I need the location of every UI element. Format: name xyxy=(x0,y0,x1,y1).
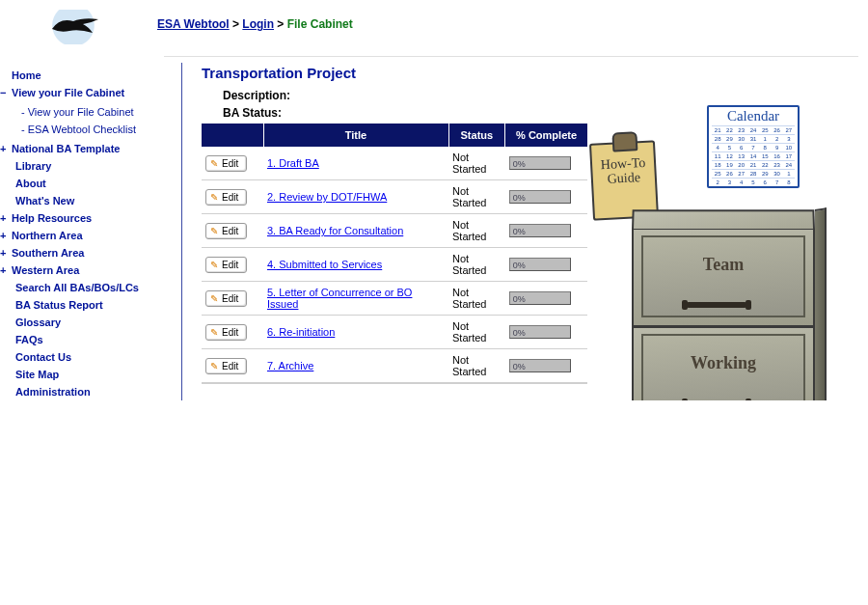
pencil-icon: ✎ xyxy=(210,158,218,169)
edit-button[interactable]: ✎Edit xyxy=(205,358,247,374)
breadcrumb-current: File Cabinet xyxy=(287,17,353,31)
row-status: Not Started xyxy=(448,316,505,349)
sidebar-item-10[interactable]: Search All BAs/BOs/LCs xyxy=(12,279,174,296)
sidebar-item-12[interactable]: Glossary xyxy=(12,314,174,331)
breadcrumb: ESA Webtool > Login > File Cabinet xyxy=(157,6,860,44)
eagle-logo xyxy=(46,10,100,44)
edit-button[interactable]: ✎Edit xyxy=(205,155,247,172)
sidebar-item-9[interactable]: Western Area xyxy=(12,261,174,279)
edit-button[interactable]: ✎Edit xyxy=(205,223,247,239)
sidebar-item-15[interactable]: Site Map xyxy=(12,366,174,383)
sidebar-item-3[interactable]: Library xyxy=(12,157,174,175)
row-title-link[interactable]: 1. Draft BA xyxy=(267,157,319,169)
edit-button[interactable]: ✎Edit xyxy=(205,257,247,273)
row-title-link[interactable]: 6. Re-initiation xyxy=(267,326,335,338)
ba-status-table: Title Status % Complete ✎Edit1. Draft BA… xyxy=(202,124,587,384)
row-status: Not Started xyxy=(448,248,505,282)
row-title-link[interactable]: 7. Archive xyxy=(267,360,313,371)
sidebar-item-11[interactable]: BA Status Report xyxy=(12,296,174,314)
sidebar-item-14[interactable]: Contact Us xyxy=(12,348,174,366)
row-status: Not Started xyxy=(448,349,505,384)
edit-button[interactable]: ✎Edit xyxy=(205,324,247,341)
pencil-icon: ✎ xyxy=(210,192,218,203)
sidebar-nav: HomeView your File CabinetView your File… xyxy=(12,67,174,400)
sidebar-sub-1-0[interactable]: View your File Cabinet xyxy=(21,103,174,121)
col-edit xyxy=(202,124,263,147)
description-label: Description: xyxy=(223,89,860,102)
pencil-icon: ✎ xyxy=(210,260,218,270)
edit-button[interactable]: ✎Edit xyxy=(205,189,247,206)
table-row: ✎Edit7. ArchiveNot Started0% xyxy=(202,349,587,384)
pct-bar: 0% xyxy=(509,190,571,204)
edit-button[interactable]: ✎Edit xyxy=(205,290,247,307)
col-status: Status xyxy=(448,124,505,147)
divider xyxy=(164,56,858,57)
pct-bar: 0% xyxy=(509,359,571,372)
sidebar-item-4[interactable]: About xyxy=(12,175,174,192)
table-row: ✎Edit5. Letter of Concurrence or BO Issu… xyxy=(202,282,587,316)
sidebar-item-5[interactable]: What's New xyxy=(12,192,174,209)
sidebar-item-13[interactable]: FAQs xyxy=(12,331,174,348)
table-row: ✎Edit4. Submitted to ServicesNot Started… xyxy=(202,248,587,282)
pencil-icon: ✎ xyxy=(210,226,218,236)
clipboard-howto: How-To Guide xyxy=(589,140,659,220)
cabinet: TeamWorkingCompletedConsultation xyxy=(632,209,815,400)
row-status: Not Started xyxy=(448,214,505,248)
sidebar-item-8[interactable]: Southern Area xyxy=(12,244,174,261)
sidebar-item-2[interactable]: National BA Template xyxy=(12,140,174,157)
row-title-link[interactable]: 5. Letter of Concurrence or BO Issued xyxy=(267,287,412,310)
drawer-working: Working xyxy=(632,327,815,400)
col-title: Title xyxy=(263,124,448,147)
sidebar-item-1[interactable]: View your File Cabinet xyxy=(12,84,174,101)
drawer-team: Team xyxy=(632,229,815,327)
pencil-icon: ✎ xyxy=(210,361,218,371)
col-pct: % Complete xyxy=(505,124,587,147)
pct-bar: 0% xyxy=(509,258,571,271)
breadcrumb-login[interactable]: Login xyxy=(242,17,274,31)
table-row: ✎Edit3. BA Ready for ConsultationNot Sta… xyxy=(202,214,587,248)
file-cabinet-illustration: How-To Guide Calendar 212223242526272829… xyxy=(591,84,842,400)
pencil-icon: ✎ xyxy=(210,327,218,338)
pct-bar: 0% xyxy=(509,325,571,339)
breadcrumb-root[interactable]: ESA Webtool xyxy=(157,17,230,31)
row-status: Not Started xyxy=(448,147,505,180)
ba-status-label: BA Status: xyxy=(223,106,860,120)
pct-bar: 0% xyxy=(509,156,571,170)
sidebar-item-0[interactable]: Home xyxy=(12,67,174,84)
table-row: ✎Edit1. Draft BANot Started0% xyxy=(202,147,587,180)
pencil-icon: ✎ xyxy=(210,293,218,304)
row-status: Not Started xyxy=(448,282,505,316)
pct-bar: 0% xyxy=(509,224,571,237)
row-title-link[interactable]: 3. BA Ready for Consultation xyxy=(267,225,403,236)
row-status: Not Started xyxy=(448,180,505,214)
sidebar-sub-1-1[interactable]: ESA Webtool Checklist xyxy=(21,121,174,138)
sidebar-item-6[interactable]: Help Resources xyxy=(12,209,174,227)
row-title-link[interactable]: 2. Review by DOT/FHWA xyxy=(267,191,387,203)
page-title: Transportation Project xyxy=(202,65,860,81)
sidebar-item-7[interactable]: Northern Area xyxy=(12,227,174,244)
table-row: ✎Edit2. Review by DOT/FHWANot Started0% xyxy=(202,180,587,214)
sidebar-item-16[interactable]: Administration xyxy=(12,383,174,400)
table-row: ✎Edit6. Re-initiationNot Started0% xyxy=(202,316,587,349)
pct-bar: 0% xyxy=(509,291,571,305)
row-title-link[interactable]: 4. Submitted to Services xyxy=(267,259,382,270)
